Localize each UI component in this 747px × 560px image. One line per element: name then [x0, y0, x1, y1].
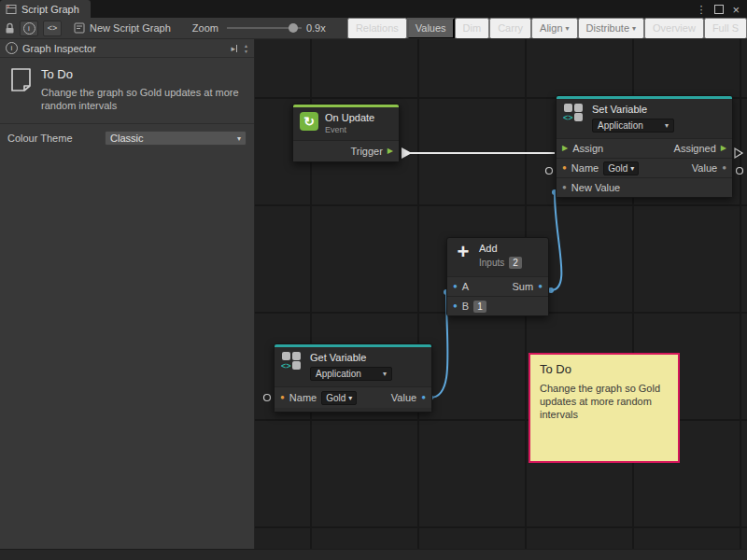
- variable-scope-dropdown[interactable]: Application ▾: [310, 367, 392, 381]
- toolbar-button-align[interactable]: Align ▾: [531, 18, 577, 39]
- toolbar-button-overview[interactable]: Overview: [644, 18, 704, 39]
- distribute-label: Distribute: [586, 22, 629, 34]
- inspector-toggle-button[interactable]: i: [20, 21, 38, 36]
- info-icon: i: [23, 22, 35, 35]
- port-trigger[interactable]: Trigger ▶: [293, 140, 399, 161]
- node-title: Set Variable: [592, 104, 674, 115]
- sum-port-label: Sum: [513, 281, 534, 292]
- unconnected-port-icon: [546, 168, 553, 175]
- value-port-icon: ●: [562, 184, 567, 191]
- graph-title: New Script Graph: [74, 22, 171, 34]
- inputs-count-field[interactable]: 2: [509, 257, 522, 269]
- tab-title: Script Graph: [21, 4, 79, 15]
- flow-arrow-icon: ▶: [388, 147, 393, 155]
- number-port-icon: ●: [421, 394, 426, 401]
- node-title: Get Variable: [310, 352, 392, 363]
- name-port-label: Name: [289, 392, 317, 403]
- node-title: Add: [479, 243, 522, 254]
- toolbar-button-group: Relations Values Dim Carry Align ▾ Distr…: [347, 18, 747, 39]
- assign-port-label: Assign: [572, 143, 603, 154]
- port-row-new-value[interactable]: ● New Value: [557, 177, 732, 197]
- chevron-down-icon: ▾: [383, 370, 387, 378]
- scope-value: Application: [598, 120, 643, 131]
- sticky-note-icon: [9, 67, 33, 92]
- zoom-value: 0.9x: [306, 22, 326, 34]
- port-row-name-value[interactable]: ● Name Gold ▾ Value ●: [275, 386, 431, 408]
- scroll-stepper-icon[interactable]: ▲▼: [242, 43, 250, 54]
- info-icon: i: [6, 42, 18, 54]
- zoom-slider-handle[interactable]: [289, 23, 298, 33]
- value-wire-gold-to-add: [430, 294, 448, 398]
- assigned-output-arrow-icon: [735, 148, 742, 158]
- port-row-name[interactable]: ● Name Gold ▾ Value ●: [557, 158, 732, 177]
- node-title: On Update: [325, 112, 374, 123]
- port-row-a-sum[interactable]: ● A Sum ●: [447, 276, 548, 296]
- node-on-update[interactable]: ↻ On Update Event Trigger ▶: [292, 104, 400, 162]
- chevron-down-icon: ▾: [630, 164, 634, 173]
- maximize-icon[interactable]: [714, 1, 724, 18]
- name-port-label: Name: [571, 162, 599, 174]
- lock-icon[interactable]: [5, 22, 15, 35]
- sticky-note-title: To Do: [540, 362, 669, 376]
- toolbar-button-dim[interactable]: Dim: [455, 18, 490, 39]
- toolbar-button-fullscreen[interactable]: Full S: [704, 18, 747, 39]
- number-port-icon: ●: [453, 302, 458, 310]
- string-port-icon: ●: [562, 164, 567, 172]
- value-port-icon: ●: [722, 164, 726, 172]
- zoom-slider[interactable]: [227, 21, 302, 35]
- trigger-port-label: Trigger: [350, 146, 382, 157]
- colour-theme-value: Classic: [110, 133, 143, 144]
- number-port-icon: ●: [538, 283, 543, 290]
- code-view-button[interactable]: <>: [43, 21, 62, 36]
- close-icon[interactable]: ×: [732, 4, 740, 16]
- chevron-down-icon: ▾: [237, 134, 241, 143]
- script-graph-tab-icon: [6, 4, 17, 15]
- on-update-icon: ↻: [300, 112, 318, 131]
- value-wire-sum-to-newvalue: [551, 193, 561, 290]
- variable-scope-dropdown[interactable]: Application ▾: [592, 119, 674, 133]
- toolbar-button-relations[interactable]: Relations: [347, 18, 407, 39]
- window-tab-bar: Script Graph ⋮ ×: [0, 0, 747, 18]
- value-port-label: Value: [391, 392, 416, 403]
- variable-name-dropdown[interactable]: Gold ▾: [603, 161, 639, 175]
- chevron-down-icon: ▾: [665, 121, 669, 130]
- colour-theme-label: Colour Theme: [7, 133, 73, 144]
- chevron-down-icon: ▾: [632, 24, 636, 33]
- variable-name-dropdown[interactable]: Gold ▾: [321, 391, 357, 405]
- flow-arrow-icon: ▶: [721, 145, 726, 152]
- tab-script-graph[interactable]: Script Graph: [0, 0, 91, 18]
- a-port-label: A: [462, 281, 469, 292]
- toolbar-button-carry[interactable]: Carry: [489, 18, 531, 39]
- sticky-note[interactable]: To Do Change the graph so Gold updates a…: [529, 353, 680, 463]
- b-port-label: B: [462, 301, 469, 312]
- chevron-down-icon: ▾: [348, 394, 352, 402]
- b-value-field[interactable]: 1: [473, 301, 486, 313]
- node-get-variable[interactable]: <> Get Variable Application ▾ ● Name Gol…: [274, 343, 432, 413]
- scope-value: Application: [316, 369, 361, 379]
- graph-canvas[interactable]: ↻ On Update Event Trigger ▶ <> Set Varia…: [255, 39, 747, 549]
- window-menu-icon[interactable]: ⋮: [696, 5, 706, 15]
- colour-theme-dropdown[interactable]: Classic ▾: [105, 131, 247, 146]
- variable-icon: <>: [563, 104, 585, 122]
- flow-arrow-icon: ▶: [562, 145, 568, 152]
- unconnected-port-icon: [737, 168, 743, 175]
- variable-icon: <>: [281, 352, 303, 371]
- node-add[interactable]: + Add Inputs 2 ● A Sum ● ● B 1: [446, 237, 549, 316]
- chevron-down-icon: ▾: [566, 24, 570, 33]
- todo-body: Change the graph so Gold updates at more…: [41, 86, 243, 112]
- node-subtitle: Event: [325, 125, 374, 134]
- node-set-variable[interactable]: <> Set Variable Application ▾ ▶ Assign A…: [556, 95, 733, 198]
- graph-file-icon: [74, 22, 85, 34]
- collapse-panel-icon[interactable]: ▸: [232, 44, 238, 53]
- bottom-bar: [0, 549, 747, 560]
- number-port-icon: ●: [453, 283, 458, 290]
- assigned-port-label: Assigned: [674, 143, 716, 154]
- colour-theme-row: Colour Theme Classic ▾: [0, 124, 254, 152]
- new-value-port-label: New Value: [571, 182, 620, 193]
- toolbar-button-distribute[interactable]: Distribute ▾: [578, 18, 644, 39]
- zoom-label: Zoom: [192, 22, 218, 34]
- port-row-b[interactable]: ● B 1: [447, 296, 548, 315]
- toolbar-button-values[interactable]: Values: [407, 18, 455, 39]
- graph-name-label: New Script Graph: [90, 22, 171, 34]
- port-row-assign[interactable]: ▶ Assign Assigned ▶: [557, 138, 732, 158]
